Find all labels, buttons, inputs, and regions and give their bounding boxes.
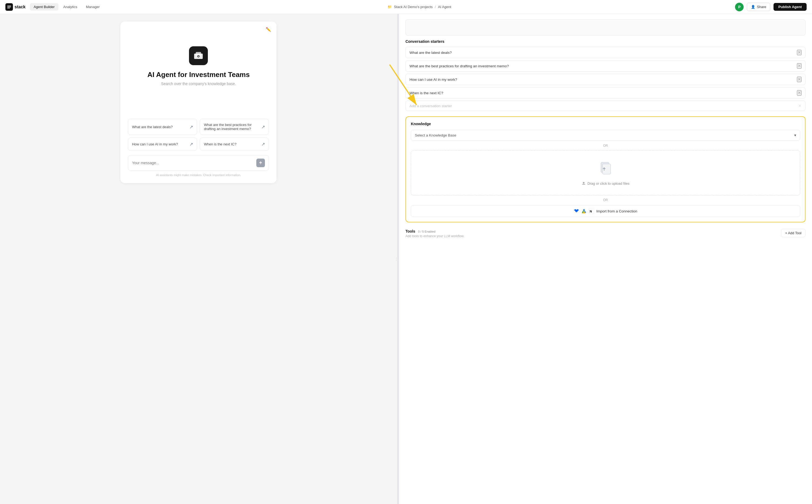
scrolled-top-content bbox=[405, 19, 806, 36]
knowledge-label: Knowledge bbox=[411, 122, 800, 126]
or-divider-2: OR bbox=[411, 198, 800, 202]
chat-starter-3[interactable]: When is the next IC? ↗ bbox=[200, 138, 269, 151]
header-right: P 👤 Share Publish Agent bbox=[735, 3, 807, 11]
chat-subtitle: Search over the company's knowledge base… bbox=[128, 82, 269, 86]
edit-icon[interactable]: ✏️ bbox=[266, 27, 271, 32]
nav-tabs: Agent Builder Analytics Manager bbox=[30, 3, 103, 11]
upload-text-row: Drag or click to upload files bbox=[582, 181, 629, 185]
svg-rect-2 bbox=[196, 52, 201, 56]
share-icon: 👤 bbox=[751, 5, 755, 9]
upload-icon bbox=[582, 181, 586, 185]
arrow-icon-0: ↗ bbox=[190, 124, 193, 129]
send-icon bbox=[258, 161, 263, 165]
chat-starter-1[interactable]: What are the best practices for drafting… bbox=[200, 119, 269, 135]
chat-logo bbox=[189, 46, 208, 65]
arrow-icon-3: ↗ bbox=[261, 142, 265, 147]
knowledge-section: Knowledge Select a Knowledge Base ▾ OR bbox=[405, 116, 806, 222]
logo: stack bbox=[5, 3, 26, 11]
settings-panel: Conversation starters What are the lates… bbox=[399, 14, 812, 504]
breadcrumb: 📁 Stack AI Demo's projects / AI Agent bbox=[387, 5, 451, 9]
chat-starters: What are the latest deals? ↗ What are th… bbox=[128, 119, 269, 151]
main-layout: ✏️ AI Agent for Investment Teams Search … bbox=[0, 14, 812, 504]
arrow-icon-2: ↗ bbox=[190, 142, 193, 147]
share-label: Share bbox=[757, 5, 766, 9]
google-drive-icon bbox=[581, 208, 587, 214]
notion-icon: N bbox=[589, 208, 594, 214]
stack-logo-icon bbox=[5, 3, 13, 11]
import-label: Import from a Connection bbox=[596, 209, 637, 213]
chat-send-button[interactable] bbox=[256, 159, 265, 167]
add-starter-close-placeholder: ✕ bbox=[798, 104, 801, 108]
chat-input[interactable] bbox=[132, 161, 254, 165]
chat-starter-0[interactable]: What are the latest deals? ↗ bbox=[128, 119, 197, 135]
upload-label: Drag or click to upload files bbox=[587, 181, 629, 185]
file-icon-container bbox=[596, 160, 615, 176]
tools-title-row: Tools 0 / 5 Enabled bbox=[405, 229, 464, 234]
remove-starter-2[interactable]: ✕ bbox=[797, 77, 801, 82]
tab-manager[interactable]: Manager bbox=[82, 3, 103, 11]
tools-badge: 0 / 5 Enabled bbox=[418, 230, 436, 233]
remove-starter-3[interactable]: ✕ bbox=[797, 90, 801, 96]
svg-point-4 bbox=[198, 56, 199, 57]
upload-area[interactable]: Drag or click to upload files bbox=[411, 150, 800, 195]
folder-icon: 📁 bbox=[387, 5, 392, 9]
starter-item-1: What are the best practices for drafting… bbox=[405, 60, 806, 72]
tab-analytics[interactable]: Analytics bbox=[59, 3, 81, 11]
add-starter-item: Add a conversation starter ✕ bbox=[405, 101, 806, 111]
arrow-icon-1: ↗ bbox=[261, 124, 265, 129]
publish-button[interactable]: Publish Agent bbox=[773, 3, 807, 11]
tools-info: Tools 0 / 5 Enabled Add tools to enhance… bbox=[405, 229, 464, 238]
chat-starter-2[interactable]: How can I use AI in my work? ↗ bbox=[128, 138, 197, 151]
conversation-starters-label: Conversation starters bbox=[405, 39, 806, 44]
tools-subtitle: Add tools to enhance your LLM workflow. bbox=[405, 234, 464, 238]
upload-files-icon bbox=[596, 160, 615, 176]
add-tool-button[interactable]: + Add Tool bbox=[781, 229, 806, 237]
tab-agent-builder[interactable]: Agent Builder bbox=[30, 3, 58, 11]
chat-input-area bbox=[128, 155, 269, 171]
remove-starter-1[interactable]: ✕ bbox=[797, 63, 801, 69]
breadcrumb-project[interactable]: Stack AI Demo's projects bbox=[394, 5, 433, 9]
header-left: stack Agent Builder Analytics Manager bbox=[5, 3, 103, 11]
breadcrumb-page: AI Agent bbox=[438, 5, 451, 9]
logo-text: stack bbox=[15, 5, 26, 9]
knowledge-base-select[interactable]: Select a Knowledge Base ▾ bbox=[411, 130, 800, 141]
tools-section: Tools 0 / 5 Enabled Add tools to enhance… bbox=[405, 229, 806, 238]
header: stack Agent Builder Analytics Manager 📁 … bbox=[0, 0, 812, 14]
avatar: P bbox=[735, 3, 744, 11]
chat-container: ✏️ AI Agent for Investment Teams Search … bbox=[120, 22, 277, 183]
chevron-down-icon: ▾ bbox=[794, 133, 796, 137]
import-from-connection-button[interactable]: N Import from a Connection bbox=[411, 205, 800, 217]
remove-starter-0[interactable]: ✕ bbox=[797, 50, 801, 55]
svg-text:N: N bbox=[590, 209, 592, 213]
chat-disclaimer: AI assistants might make mistakes. Check… bbox=[128, 173, 269, 177]
chat-preview-panel: ✏️ AI Agent for Investment Teams Search … bbox=[0, 14, 397, 504]
tools-label: Tools bbox=[405, 229, 415, 233]
starter-item-0: What are the latest deals? ✕ bbox=[405, 47, 806, 58]
chat-title: AI Agent for Investment Teams bbox=[128, 71, 269, 79]
breadcrumb-separator: / bbox=[435, 5, 436, 9]
starter-item-3: When is the next IC? ✕ bbox=[405, 87, 806, 99]
svg-rect-6 bbox=[603, 164, 611, 174]
share-button[interactable]: 👤 Share bbox=[747, 3, 770, 11]
or-divider-1: OR bbox=[411, 144, 800, 148]
dropbox-icon bbox=[574, 208, 579, 214]
conversation-starters-section: Conversation starters What are the lates… bbox=[405, 39, 806, 111]
starter-item-2: How can I use AI in my work? ✕ bbox=[405, 74, 806, 85]
agent-logo-icon bbox=[193, 50, 204, 61]
